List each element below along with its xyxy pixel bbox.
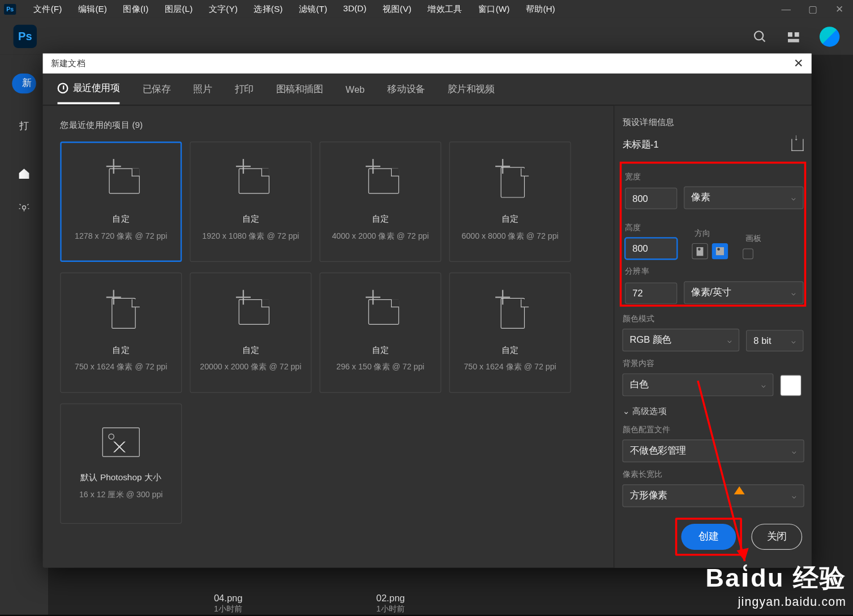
home-topbar: Ps [0,18,853,55]
menu-plugins[interactable]: 增效工具 [419,1,470,18]
document-icon [101,292,141,329]
create-button[interactable]: 创建 [681,524,736,550]
minimize-icon[interactable]: — [773,0,799,18]
preset-card[interactable]: 自定1920 x 1080 像素 @ 72 ppi [190,141,311,262]
pixel-aspect-label: 像素长宽比 [623,469,804,480]
advanced-toggle[interactable]: 高级选项 [623,406,804,417]
open-button-partial[interactable]: 打 [19,120,29,132]
document-icon [230,292,271,329]
learn-icon[interactable] [18,203,31,219]
preset-sub: 20000 x 2000 像素 @ 72 ppi [200,361,301,373]
menu-select[interactable]: 选择(S) [246,1,291,18]
recent-file[interactable]: 04.png 1小时前 [214,593,243,615]
menu-window[interactable]: 窗口(W) [470,1,518,18]
tab-saved[interactable]: 已保存 [143,83,171,103]
dialog-close-icon[interactable]: ✕ [794,56,804,71]
document-icon [490,162,530,199]
svg-rect-4 [788,38,799,42]
height-input[interactable] [625,238,677,259]
pixel-aspect-select[interactable]: 方形像素⌵ [623,484,804,507]
menubar: 文件(F) 编辑(E) 图像(I) 图层(L) 文字(Y) 选择(S) 滤镜(T… [25,1,563,18]
menu-file[interactable]: 文件(F) [25,1,70,18]
dialog-title: 新建文档 [51,58,85,70]
dialog-tabs: 最近使用项 已保存 照片 打印 图稿和插图 Web 移动设备 胶片和视频 [43,74,812,106]
preset-title: 默认 Photoshop 大小 [80,471,161,483]
annotation-highlight-box: 宽度 像素⌵ 高度 方向 [620,162,806,307]
preset-card[interactable]: 自定20000 x 2000 像素 @ 72 ppi [190,273,311,393]
search-icon[interactable] [753,29,768,44]
tab-art[interactable]: 图稿和插图 [276,83,323,103]
orientation-portrait[interactable] [692,243,708,259]
resolution-input[interactable] [625,283,677,304]
maximize-icon[interactable]: ▢ [799,0,826,18]
ps-logo-small: Ps [4,3,16,14]
document-icon [361,292,401,329]
preset-card[interactable]: 自定1278 x 720 像素 @ 72 ppi [60,141,182,262]
preset-card[interactable]: 默认 Photoshop 大小16 x 12 厘米 @ 300 ppi [60,403,182,524]
width-label: 宽度 [625,171,803,182]
new-button-partial[interactable]: 新 [12,74,36,93]
preset-title: 自定 [501,213,519,225]
menu-filter[interactable]: 滤镜(T) [291,1,336,18]
tab-mobile[interactable]: 移动设备 [387,83,425,103]
tab-film[interactable]: 胶片和视频 [448,83,495,103]
menu-type[interactable]: 文字(Y) [200,1,246,18]
titlebar: Ps 文件(F) 编辑(E) 图像(I) 图层(L) 文字(Y) 选择(S) 滤… [0,0,853,18]
menu-view[interactable]: 视图(V) [374,1,419,18]
resolution-unit-select[interactable]: 像素/英寸⌵ [684,281,803,304]
color-profile-select[interactable]: 不做色彩管理⌵ [623,440,804,462]
gift-icon[interactable] [786,29,801,44]
svg-rect-3 [795,32,799,36]
menu-layer[interactable]: 图层(L) [157,1,201,18]
preset-card[interactable]: 自定750 x 1624 像素 @ 72 ppi [449,273,571,393]
menu-edit[interactable]: 编辑(E) [70,1,115,18]
preset-details: 预设详细信息 未标题-1 宽度 像素⌵ 高度 [614,106,812,568]
color-profile-label: 颜色配置文件 [623,424,804,436]
bit-depth-select[interactable]: 8 bit⌵ [746,330,803,351]
menu-3d[interactable]: 3D(D) [335,1,374,18]
menu-image[interactable]: 图像(I) [115,1,157,18]
background-color-swatch[interactable] [780,375,801,397]
preset-grid: 自定1278 x 720 像素 @ 72 ppi自定1920 x 1080 像素… [60,141,596,524]
recent-file[interactable]: 02.png 1小时前 [376,593,405,615]
preset-card[interactable]: 自定296 x 150 像素 @ 72 ppi [320,273,441,393]
home-icon[interactable] [18,167,31,184]
close-button[interactable]: 关闭 [751,524,802,550]
annotation-highlight-box: 创建 [675,518,742,555]
preset-sub: 1278 x 720 像素 @ 72 ppi [75,230,167,242]
close-icon[interactable]: ✕ [826,0,853,18]
new-document-dialog: 新建文档 ✕ 最近使用项 已保存 照片 打印 图稿和插图 Web 移动设备 胶片… [43,53,812,567]
ps-logo[interactable]: Ps [14,25,37,48]
tab-print[interactable]: 打印 [235,83,254,103]
preset-title: 自定 [242,213,260,225]
avatar[interactable] [820,27,839,46]
svg-line-1 [762,38,765,41]
background-select[interactable]: 白色⌵ [623,373,774,396]
clock-icon [58,83,68,93]
tab-photo[interactable]: 照片 [193,83,212,103]
preset-card[interactable]: 自定6000 x 8000 像素 @ 72 ppi [449,141,571,262]
preset-card[interactable]: 自定4000 x 2000 像素 @ 72 ppi [320,141,441,262]
preset-title: 自定 [372,213,389,225]
artboard-label: 画板 [745,233,761,244]
tab-web[interactable]: Web [346,84,365,102]
unit-select[interactable]: 像素⌵ [684,186,803,209]
document-icon [101,162,141,199]
menu-help[interactable]: 帮助(H) [518,1,563,18]
width-input[interactable] [625,188,677,209]
preset-title: 自定 [242,344,260,356]
preset-sub: 750 x 1624 像素 @ 72 ppi [75,361,167,373]
image-icon [102,427,140,456]
color-mode-select[interactable]: RGB 颜色⌵ [623,329,740,351]
preset-title: 自定 [501,344,519,356]
tab-recent[interactable]: 最近使用项 [58,82,120,104]
artboard-checkbox[interactable] [743,248,753,259]
preset-card[interactable]: 自定750 x 1624 像素 @ 72 ppi [60,273,182,393]
filename-input[interactable]: 未标题-1 [623,139,659,151]
details-heading: 预设详细信息 [623,116,804,128]
svg-point-0 [755,31,763,40]
save-preset-icon[interactable] [791,139,803,151]
document-icon [361,162,401,199]
svg-line-7 [20,204,21,205]
orientation-landscape[interactable] [712,243,728,259]
